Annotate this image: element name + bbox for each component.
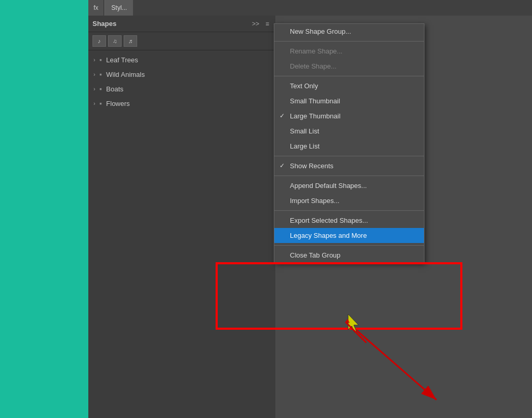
menu-separator [274,210,424,211]
panel-title: Shapes [92,20,116,28]
folder-icon: ▪ [99,85,102,93]
menu-separator [274,176,424,176]
menu-item-show-recents[interactable]: Show Recents [274,158,424,173]
context-menu: New Shape Group...Rename Shape...Delete … [274,23,424,263]
folder-icon: ▪ [99,56,102,64]
menu-item-legacy-shapes[interactable]: Legacy Shapes and More [274,228,424,243]
menu-item-text-only[interactable]: Text Only [274,78,424,93]
top-bar: fx Styl... [88,0,532,16]
shape-item-boats[interactable]: › ▪ Boats [88,82,275,96]
panel-header: Shapes >> ≡ [88,16,275,32]
chevron-icon: › [94,72,95,77]
menu-item-append-default[interactable]: Append Default Shapes... [274,178,424,193]
toolbar-btn-1[interactable]: ♪ [92,35,106,47]
folder-icon: ▪ [99,70,102,78]
chevron-icon: › [94,57,95,63]
menu-separator [274,76,424,76]
menu-item-large-thumbnail[interactable]: Large Thumbnail [274,109,424,124]
shape-item-label: Flowers [106,100,130,107]
teal-sidebar [0,0,88,418]
fx-label: fx [94,4,98,11]
shape-list: › ▪ Leaf Trees › ▪ Wild Animals › ▪ Boat… [88,50,275,113]
shape-item-leaf-trees[interactable]: › ▪ Leaf Trees [88,52,275,67]
menu-item-rename-shape: Rename Shape... [274,44,424,59]
toolbar-btn-3[interactable]: ♬ [124,35,137,47]
music-icon-2: ♫ [113,38,117,44]
menu-separator [274,245,424,246]
menu-item-small-list[interactable]: Small List [274,124,424,139]
shapes-toolbar: ♪ ♫ ♬ [88,32,275,50]
panel-header-icons: >> ≡ [250,19,271,29]
shape-item-wild-animals[interactable]: › ▪ Wild Animals [88,67,275,82]
styl-tab[interactable]: Styl... [104,0,133,16]
menu-item-export-selected[interactable]: Export Selected Shapes... [274,213,424,228]
expand-icon[interactable]: >> [250,19,261,29]
menu-item-close-tab-group[interactable]: Close Tab Group [274,248,424,263]
menu-item-delete-shape: Delete Shape... [274,59,424,74]
music-icon-1: ♪ [98,38,101,44]
shapes-panel: Shapes >> ≡ ♪ ♫ ♬ › ▪ Leaf Trees › ▪ Wil… [88,16,275,418]
chevron-icon: › [94,101,95,106]
menu-separator [274,156,424,156]
menu-item-small-thumbnail[interactable]: Small Thumbnail [274,93,424,109]
shape-item-label: Leaf Trees [106,56,138,64]
shape-item-label: Wild Animals [106,71,144,78]
shape-item-label: Boats [106,85,123,93]
menu-item-import-shapes[interactable]: Import Shapes... [274,193,424,208]
styl-label: Styl... [111,4,127,11]
toolbar-btn-2[interactable]: ♫ [108,35,122,47]
menu-item-large-list[interactable]: Large List [274,139,424,154]
folder-icon: ▪ [99,99,102,107]
chevron-icon: › [94,86,95,92]
panel-menu-icon[interactable]: ≡ [263,19,271,29]
shape-item-flowers[interactable]: › ▪ Flowers [88,96,275,111]
music-icon-3: ♬ [128,38,132,44]
menu-item-new-shape-group[interactable]: New Shape Group... [274,24,424,39]
menu-separator [274,41,424,42]
fx-tab[interactable]: fx [88,0,103,16]
